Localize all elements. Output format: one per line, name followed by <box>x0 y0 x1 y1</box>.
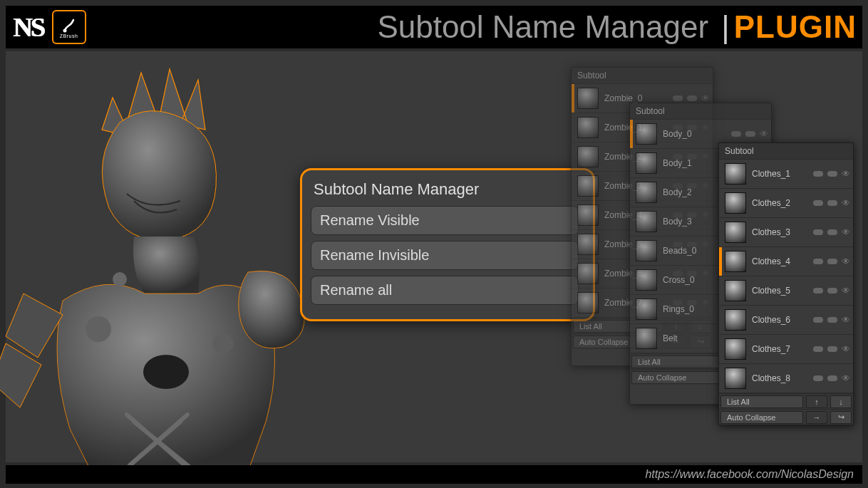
mode-toggle-icon[interactable] <box>827 200 837 206</box>
active-marker <box>630 178 633 207</box>
visibility-eye-icon[interactable]: 👁 <box>842 227 850 237</box>
subtool-row[interactable]: Clothes_7👁 <box>719 335 853 364</box>
polypaint-toggle-icon[interactable] <box>813 200 823 206</box>
subtool-row[interactable]: Clothes_1👁 <box>719 160 853 189</box>
move-up-button[interactable]: ↑ <box>806 395 827 408</box>
subtool-thumbnail <box>725 368 746 389</box>
subtool-name: Clothes_2 <box>749 198 810 208</box>
title-separator: | <box>721 9 729 44</box>
visibility-eye-icon[interactable]: 👁 <box>842 198 850 208</box>
collapse-return-button[interactable]: ↪ <box>830 411 852 424</box>
mode-toggle-icon[interactable] <box>827 375 837 381</box>
subtool-name: Clothes_8 <box>749 373 810 383</box>
move-down-button[interactable]: ↓ <box>830 395 852 408</box>
active-marker <box>719 189 722 217</box>
subtool-thumbnail <box>636 211 657 232</box>
plugin-dialog: Subtool Name Manager Rename Visible Rena… <box>300 168 595 321</box>
active-marker <box>572 113 574 142</box>
visibility-eye-icon[interactable]: 👁 <box>760 129 768 139</box>
panel-footer: List All ↑ ↓ Auto Collapse → ↪ <box>719 393 853 425</box>
subtool-row[interactable]: Clothes_8👁 <box>719 364 853 393</box>
row-controls: 👁 <box>813 198 850 208</box>
active-marker <box>630 324 633 353</box>
subtool-thumbnail <box>577 88 599 109</box>
title-main: Subtool Name Manager <box>377 9 708 44</box>
zbrush-logo: ZBrush <box>52 10 86 44</box>
subtool-thumbnail <box>725 338 746 360</box>
polypaint-toggle-icon[interactable] <box>813 288 823 294</box>
subtool-row[interactable]: Clothes_3👁 <box>719 218 853 247</box>
polypaint-toggle-icon[interactable] <box>813 229 823 235</box>
mode-toggle-icon[interactable] <box>827 317 837 323</box>
subtool-name: Clothes_3 <box>749 227 810 237</box>
subtool-thumbnail <box>577 204 599 226</box>
active-marker <box>572 259 574 288</box>
panel-header: Subtool <box>630 103 771 120</box>
active-marker <box>719 306 722 334</box>
subtool-thumbnail <box>636 123 657 145</box>
subtool-thumbnail <box>636 298 657 320</box>
active-marker <box>572 289 574 317</box>
active-marker <box>630 266 633 294</box>
visibility-eye-icon[interactable]: 👁 <box>701 93 710 103</box>
polypaint-toggle-icon[interactable] <box>731 131 741 137</box>
auto-collapse-button[interactable]: Auto Collapse <box>720 411 803 424</box>
list-all-button[interactable]: List All <box>631 355 721 368</box>
polypaint-toggle-icon[interactable] <box>813 375 823 381</box>
sculpt-render <box>0 58 326 472</box>
polypaint-toggle-icon[interactable] <box>813 317 823 323</box>
dialog-title: Subtool Name Manager <box>311 177 584 206</box>
active-marker <box>719 160 722 188</box>
list-all-button[interactable]: List All <box>720 395 803 408</box>
mode-toggle-icon[interactable] <box>827 346 837 352</box>
mode-toggle-icon[interactable] <box>745 131 755 137</box>
mode-toggle-icon[interactable] <box>827 259 837 264</box>
subtool-name: Clothes_5 <box>749 286 810 296</box>
subtool-row[interactable]: Clothes_5👁 <box>719 276 853 306</box>
subtool-thumbnail <box>577 234 599 255</box>
active-marker <box>572 201 574 229</box>
subtool-thumbnail <box>725 280 746 301</box>
row-controls: 👁 <box>813 344 850 354</box>
subtool-name: Clothes_4 <box>749 256 810 266</box>
row-controls: 👁 <box>813 227 850 237</box>
subtool-thumbnail <box>577 175 599 197</box>
auto-collapse-button[interactable]: Auto Collapse <box>631 371 721 384</box>
subtool-thumbnail <box>636 182 657 203</box>
visibility-eye-icon[interactable]: 👁 <box>842 169 850 179</box>
row-controls: 👁 <box>673 93 710 103</box>
svg-point-0 <box>63 28 66 32</box>
visibility-eye-icon[interactable]: 👁 <box>842 344 850 354</box>
zbrush-label: ZBrush <box>60 33 78 38</box>
subtool-row[interactable]: Clothes_6👁 <box>719 306 853 335</box>
active-marker <box>630 149 633 177</box>
mode-toggle-icon[interactable] <box>687 95 697 101</box>
row-controls: 👁 <box>813 315 850 325</box>
subtool-row[interactable]: Clothes_4👁 <box>719 247 853 276</box>
subtool-thumbnail <box>577 263 599 284</box>
panel-list: Clothes_1👁Clothes_2👁Clothes_3👁Clothes_4👁… <box>719 160 853 393</box>
subtool-name: Clothes_1 <box>749 169 810 179</box>
active-marker <box>572 142 574 171</box>
polypaint-toggle-icon[interactable] <box>813 259 823 264</box>
rename-visible-button[interactable]: Rename Visible <box>311 206 579 235</box>
visibility-eye-icon[interactable]: 👁 <box>842 256 850 266</box>
subtool-row[interactable]: Clothes_2👁 <box>719 189 853 218</box>
rename-all-button[interactable]: Rename all <box>311 276 579 305</box>
row-controls: 👁 <box>813 256 850 266</box>
title-plugin: PLUGIN <box>734 9 857 44</box>
visibility-eye-icon[interactable]: 👁 <box>842 315 850 325</box>
mode-toggle-icon[interactable] <box>827 288 837 294</box>
visibility-eye-icon[interactable]: 👁 <box>842 286 850 296</box>
polypaint-toggle-icon[interactable] <box>673 95 683 101</box>
visibility-eye-icon[interactable]: 👁 <box>842 373 850 383</box>
mode-toggle-icon[interactable] <box>827 171 837 177</box>
collapse-fwd-button[interactable]: → <box>806 411 827 424</box>
polypaint-toggle-icon[interactable] <box>813 171 823 177</box>
polypaint-toggle-icon[interactable] <box>813 346 823 352</box>
svg-point-2 <box>86 316 111 342</box>
subtool-thumbnail <box>636 328 657 349</box>
mode-toggle-icon[interactable] <box>827 229 837 235</box>
rename-invisible-button[interactable]: Rename Invisible <box>311 241 579 270</box>
active-marker <box>630 237 633 265</box>
